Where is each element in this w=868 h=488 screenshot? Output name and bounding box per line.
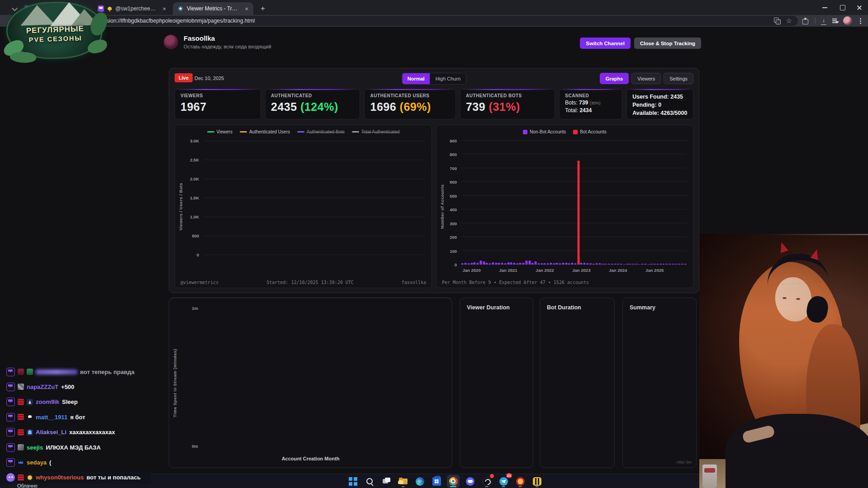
maximize-icon[interactable] [834, 0, 851, 15]
stat-card-viewers: VIEWERS 1967 [175, 89, 261, 119]
y-tick-label: 2.0K [190, 176, 199, 181]
bar [513, 263, 516, 265]
download-icon[interactable]: ↓ [820, 17, 827, 24]
chat-username[interactable]: zoom9ik [36, 398, 59, 405]
bar [675, 264, 677, 265]
skull-badge-icon [27, 414, 33, 420]
bar [565, 263, 567, 265]
bar [596, 263, 598, 265]
chat-username[interactable]: whyson0tserious [36, 474, 84, 481]
bar [498, 263, 500, 265]
chat-username[interactable]: seejis [27, 444, 43, 451]
minimize-icon[interactable] [816, 0, 834, 15]
bar [650, 264, 653, 265]
bar [528, 261, 531, 265]
taskbar-headset-button[interactable] [531, 475, 543, 488]
translate-icon[interactable] [773, 17, 781, 24]
switch-channel-button[interactable]: Switch Channel [580, 38, 631, 49]
gridline [203, 255, 425, 255]
running-indicator [485, 486, 489, 488]
tab-graphs[interactable]: Graphs [600, 73, 629, 84]
chat-note: Облачно [17, 483, 38, 488]
after-note: After 0m [676, 460, 692, 464]
address-bar[interactable]: -extension://lffnbgdkbacfbephpoleoigemlo… [24, 16, 798, 26]
bar [617, 264, 619, 265]
new-tab-button[interactable]: + [258, 4, 268, 14]
tab-list-icon[interactable] [832, 17, 839, 24]
toolbar-divider [815, 18, 816, 24]
taskbar-chrome-button[interactable] [447, 475, 460, 488]
bar [684, 264, 686, 265]
chat-username[interactable]: sedaya [27, 459, 47, 466]
bookmark-star-icon[interactable]: ☆ [786, 17, 793, 24]
chat-username[interactable] [36, 370, 77, 374]
profile-avatar[interactable] [843, 16, 852, 25]
taskbar-file-explorer-button[interactable] [397, 475, 409, 488]
taskbar-store-button[interactable] [430, 475, 443, 488]
mode-high-churn[interactable]: High Churn [430, 73, 466, 84]
chat-username[interactable]: Aliaksei_Li [36, 429, 66, 436]
y-axis-title: Number of Accounts [440, 184, 445, 228]
legend-item[interactable]: Authenticated Users [240, 129, 290, 134]
tab-close-icon[interactable]: × [243, 5, 250, 12]
start-icon [349, 477, 357, 486]
gridline [203, 179, 425, 179]
legend-label: Total Authenticated [361, 129, 400, 134]
taskbar-start-button[interactable] [346, 475, 359, 488]
running-indicator [519, 486, 522, 488]
stat-card-auth-users: AUTHENTICATED USERS 1696 (69%) [364, 89, 455, 119]
bot-duration-panel: Bot Duration [540, 298, 615, 468]
taskbar-edge-button[interactable] [413, 475, 426, 488]
tab-viewers[interactable]: Viewers [631, 73, 661, 84]
chat-username[interactable]: matt__1911 [36, 414, 67, 421]
bar [632, 264, 634, 265]
taskbar-telegram-button[interactable]: 21 [497, 475, 510, 488]
legend-item[interactable]: Authenticated Bots [297, 129, 345, 134]
bar [479, 261, 482, 265]
mode-normal[interactable]: Normal [402, 73, 430, 84]
close-window-icon[interactable] [851, 0, 868, 15]
menu-dots-icon[interactable] [857, 17, 864, 24]
legend-item[interactable]: Bot Accounts [573, 129, 606, 134]
webcam-overlay [699, 234, 868, 488]
line-chart-legend: ViewersAuthenticated UsersAuthenticated … [175, 129, 432, 134]
taskbar-search-button[interactable] [363, 475, 376, 488]
taskbar-discord-button[interactable] [464, 475, 476, 488]
bar [465, 263, 467, 265]
bar [492, 262, 494, 265]
file-explorer-icon [399, 477, 408, 486]
x-tick-label: Jan 2020 [463, 268, 481, 273]
browser-tabstrip: iHA × @sw1percheew mentioned × Viewer Me… [0, 0, 868, 15]
footer-handle: @viewermetrics [180, 280, 218, 285]
legend-item[interactable]: Non-Bot Accounts [523, 129, 566, 134]
taskbar-task-view-button[interactable] [380, 475, 393, 488]
tab-title: @sw1percheew mentioned [115, 5, 158, 12]
maroon-badge-icon [18, 369, 24, 375]
taskbar-obs-button[interactable] [480, 475, 493, 488]
bar [474, 262, 476, 265]
tab-close-icon[interactable]: × [161, 5, 167, 12]
close-stop-tracking-button[interactable]: Close & Stop Tracking [634, 38, 701, 49]
channel-subtitle: Оставь надежду, всяк сюда входящий [184, 44, 271, 49]
gridline [461, 140, 687, 141]
legend-item[interactable]: Viewers [207, 129, 232, 134]
bar [507, 262, 509, 265]
legend-item[interactable]: Total Authenticated [352, 129, 400, 134]
metrics-favicon-icon [177, 5, 184, 12]
obs-icon [483, 477, 491, 486]
running-indicator [502, 486, 505, 488]
music-app-icon [516, 477, 525, 486]
twitch-icon [6, 458, 15, 467]
viewer-duration-panel: Viewer Duration [460, 298, 533, 468]
browser-tab-active[interactable]: Viewer Metrics - Tracking × [173, 2, 253, 15]
bar [586, 263, 588, 265]
tab-settings[interactable]: Settings [664, 73, 693, 84]
chat-message: zoom9ikSleep [6, 396, 78, 408]
chat-username[interactable]: napaZZZuT [27, 384, 58, 390]
extensions-puzzle-icon[interactable] [802, 17, 809, 24]
x-tick-label: Jan 2024 [609, 268, 627, 273]
x-tick-label: Jan 2021 [499, 268, 517, 273]
taskbar-music-app-button[interactable] [514, 475, 526, 488]
stream-logo-overlay: РЕГУЛЯРНЫЕ PVE СЕЗОНЫ [2, 0, 114, 66]
bar [477, 263, 479, 265]
